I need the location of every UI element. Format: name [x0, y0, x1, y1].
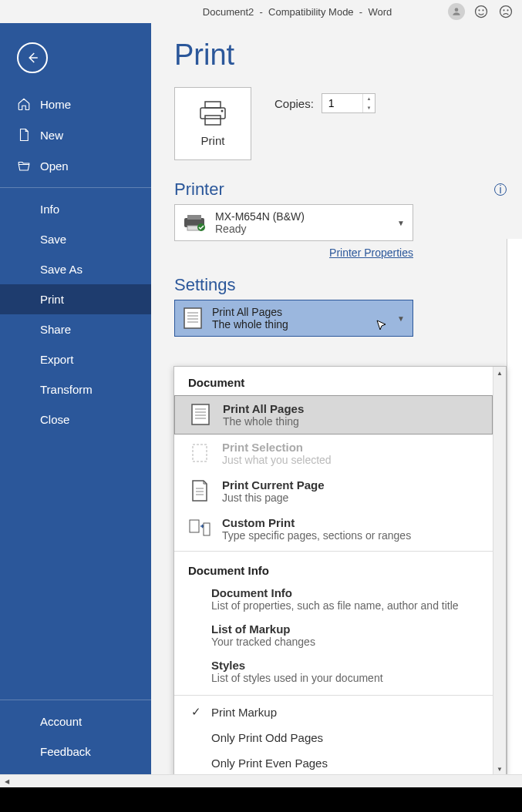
option-print-selection: Print Selection Just what you selected [174, 435, 493, 472]
cursor-icon [376, 319, 388, 331]
toggle-only-odd-pages[interactable]: Only Print Odd Pages [174, 725, 493, 750]
svg-point-10 [221, 110, 224, 112]
copies-up[interactable]: ▲ [363, 94, 375, 103]
copies-down[interactable]: ▼ [363, 103, 375, 112]
option-styles[interactable]: Styles List of styles used in your docum… [174, 656, 493, 692]
svg-point-1 [476, 6, 487, 18]
scroll-left-icon[interactable]: ◀ [0, 775, 13, 787]
page-icon [188, 478, 211, 503]
dropdown-heading-document: Document [174, 367, 493, 395]
title-bar: Document2 - Compatibility Mode - Word [0, 0, 522, 23]
nav-info[interactable]: Info [0, 194, 151, 224]
option-title: Styles [211, 659, 479, 672]
option-sub: Just this page [222, 492, 479, 504]
printer-device-icon [183, 213, 206, 232]
print-button-label: Print [201, 134, 225, 147]
divider [174, 695, 493, 696]
option-sub: The whole thing [223, 415, 478, 428]
page-title: Print [174, 39, 507, 72]
svg-rect-20 [192, 404, 209, 424]
toggle-only-even-pages[interactable]: Only Print Even Pages [174, 750, 493, 776]
settings-section-title: Settings [174, 275, 507, 295]
option-title: List of Markup [211, 622, 479, 636]
nav-home[interactable]: Home [0, 89, 151, 119]
option-sub: List of properties, such as file name, a… [211, 599, 479, 612]
option-sub: Your tracked changes [211, 636, 479, 648]
settings-pages-select[interactable]: Print All Pages The whole thing ▼ [174, 300, 413, 337]
svg-point-3 [483, 10, 483, 11]
svg-point-2 [479, 10, 480, 11]
document-icon [183, 307, 203, 330]
option-print-current-page[interactable]: Print Current Page Just this page [174, 472, 493, 510]
option-list-of-markup[interactable]: List of Markup Your tracked changes [174, 619, 493, 656]
printer-status: Ready [215, 223, 388, 235]
svg-point-4 [500, 6, 512, 18]
nav-save[interactable]: Save [0, 224, 151, 254]
nav-print[interactable]: Print [0, 284, 151, 314]
printer-section-title: Printer [174, 180, 224, 200]
nav-feedback[interactable]: Feedback [0, 737, 151, 767]
print-what-dropdown: Document Print All Pages The whole thing… [173, 366, 507, 777]
nav-label: New [40, 129, 63, 142]
scroll-up-icon[interactable]: ▲ [493, 367, 506, 380]
divider [0, 187, 151, 188]
divider [0, 700, 151, 700]
option-custom-print[interactable]: Custom Print Type specific pages, sectio… [174, 510, 493, 548]
copies-label: Copies: [274, 97, 314, 110]
nav-account[interactable]: Account [0, 706, 151, 737]
nav-export[interactable]: Export [0, 344, 151, 374]
option-print-all-pages[interactable]: Print All Pages The whole thing [174, 395, 493, 435]
nav-label: Open [40, 159, 69, 173]
back-button[interactable] [17, 42, 48, 73]
nav-share[interactable]: Share [0, 314, 151, 344]
bottom-border [0, 787, 522, 812]
copies-value: 1 [328, 97, 335, 109]
svg-rect-29 [190, 520, 199, 532]
svg-rect-12 [187, 215, 201, 220]
svg-rect-15 [184, 308, 201, 328]
toggle-print-markup[interactable]: ✓ Print Markup [174, 699, 493, 725]
printer-name: MX-M654N (B&W) [215, 210, 388, 223]
svg-point-5 [503, 10, 504, 11]
option-label: Only Print Odd Pages [211, 731, 323, 744]
nav-label: Home [40, 98, 71, 111]
nav-transform[interactable]: Transform [0, 374, 151, 404]
chevron-down-icon: ▼ [397, 314, 405, 323]
printer-properties-link[interactable]: Printer Properties [329, 247, 413, 259]
user-avatar-icon[interactable] [448, 3, 465, 20]
option-document-info[interactable]: Document Info List of properties, such a… [174, 583, 493, 619]
settings-selected-sub: The whole thing [212, 318, 388, 331]
smile-icon[interactable] [473, 3, 490, 20]
option-title: Print Selection [222, 441, 479, 454]
option-label: Only Print Even Pages [211, 757, 328, 770]
nav-save-as[interactable]: Save As [0, 254, 151, 284]
option-title: Document Info [211, 586, 479, 599]
option-title: Custom Print [222, 516, 479, 529]
copies-input[interactable]: 1 ▲ ▼ [322, 93, 376, 113]
divider [174, 551, 493, 552]
svg-rect-9 [205, 116, 221, 125]
dropdown-heading-docinfo: Document Info [174, 555, 493, 583]
document-icon [189, 402, 212, 427]
backstage-sidebar: Home New Open Info Save Save As Print Sh… [0, 23, 151, 812]
svg-rect-8 [200, 108, 225, 119]
dropdown-scrollbar[interactable]: ▲ ▼ [493, 367, 506, 776]
option-label: Print Markup [211, 706, 277, 719]
svg-rect-30 [204, 523, 210, 535]
option-sub: Type specific pages, sections or ranges [222, 529, 479, 542]
printer-select[interactable]: MX-M654N (B&W) Ready ▼ [174, 204, 413, 241]
nav-new[interactable]: New [0, 119, 151, 150]
horizontal-scrollbar[interactable]: ◀ [0, 774, 522, 787]
nav-open[interactable]: Open [0, 150, 151, 181]
svg-point-0 [455, 8, 459, 12]
info-icon[interactable]: i [494, 183, 507, 196]
print-button[interactable]: Print [174, 87, 251, 160]
frown-icon[interactable] [497, 3, 514, 20]
nav-close[interactable]: Close [0, 404, 151, 435]
checkmark-icon: ✓ [188, 705, 204, 719]
custom-print-icon [188, 516, 211, 541]
title-bar-text: Document2 - Compatibility Mode - Word [146, 6, 448, 18]
option-sub: Just what you selected [222, 454, 479, 466]
chevron-down-icon: ▼ [397, 219, 405, 227]
svg-rect-25 [193, 445, 207, 461]
